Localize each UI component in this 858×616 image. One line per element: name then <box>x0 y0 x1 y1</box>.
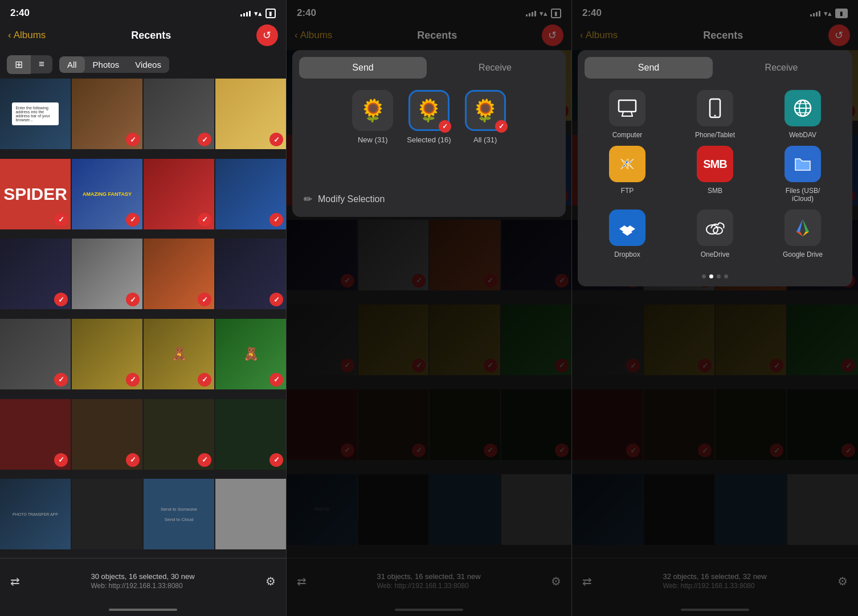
phone-tablet-label: Phone/Tablet <box>695 131 735 139</box>
page-title-left: Recents <box>131 30 171 42</box>
modify-selection-label: Modify Selection <box>318 194 385 204</box>
check-badge: ✓ <box>269 133 283 146</box>
check-badge: ✓ <box>126 213 140 227</box>
filter-all-button[interactable]: All <box>59 56 85 73</box>
list-view-button[interactable]: ≡ <box>31 55 52 73</box>
photo-cell[interactable]: PHOTO TRANSFER APP <box>0 479 71 549</box>
webdav-label: WebDAV <box>789 131 816 139</box>
settings-icon-left[interactable]: ⚙ <box>265 574 276 588</box>
home-bar <box>109 609 177 611</box>
photo-cell[interactable]: ✓ <box>72 319 142 389</box>
option-phone-tablet[interactable]: Phone/Tablet <box>675 90 755 139</box>
google-drive-icon <box>785 210 821 246</box>
send-popup-right: Send Receive Computer Phone/Tablet <box>578 50 852 286</box>
filter-photos-button[interactable]: Photos <box>85 56 128 73</box>
object-count-left: 30 objects, 16 selected, 30 new <box>91 572 194 581</box>
dropbox-label: Dropbox <box>614 250 640 258</box>
option-google-drive[interactable]: Google Drive <box>762 210 843 258</box>
check-badge: ✓ <box>198 133 211 146</box>
panel-center: 2:40 ▾▴ ▮ ‹ Albums Recents ↺ ✓ ✓ ✓ ✓ ✓ ✓ <box>286 0 572 616</box>
phone-tablet-icon <box>697 90 733 126</box>
flower-selected-label: Selected (16) <box>407 135 451 144</box>
ftp-icon <box>609 146 645 182</box>
page-dots <box>578 270 852 286</box>
option-files[interactable]: Files (USB/ iCloud) <box>762 146 843 203</box>
photo-cell[interactable]: Send to SomeoneSend to Cloud <box>144 479 214 549</box>
check-badge: ✓ <box>198 213 211 227</box>
photo-cell[interactable] <box>72 479 142 549</box>
grid-view-button[interactable]: ⊞ <box>7 55 31 74</box>
dot-3 <box>717 274 721 278</box>
check-badge: ✓ <box>269 453 283 467</box>
sunflower-icon-new: 🌻 <box>359 98 386 123</box>
photo-cell[interactable]: ✓ <box>72 239 142 309</box>
option-dropbox[interactable]: Dropbox <box>587 210 668 258</box>
refresh-icon-left: ↺ <box>263 29 271 42</box>
modify-selection-row[interactable]: ✏ Modify Selection <box>292 184 566 217</box>
photo-cell[interactable]: ✓ <box>72 79 142 149</box>
photo-cell[interactable]: ✓ <box>215 159 286 229</box>
option-smb[interactable]: SMB SMB <box>675 146 755 203</box>
dot-2 <box>709 274 713 278</box>
check-badge: ✓ <box>54 453 68 467</box>
computer-label: Computer <box>612 131 643 139</box>
svg-point-5 <box>714 115 716 117</box>
dot-4 <box>724 274 728 278</box>
status-icons-left: ▾▴ ▮ <box>240 9 276 18</box>
photo-cell[interactable]: ✓ <box>144 239 214 309</box>
photo-cell[interactable]: ✓ <box>72 399 142 470</box>
option-onedrive[interactable]: OneDrive <box>675 210 755 258</box>
flower-selected[interactable]: 🌻 ✓ Selected (16) <box>407 90 451 144</box>
photo-cell[interactable]: ✓ <box>215 79 286 149</box>
photo-cell[interactable]: ✓ <box>0 239 71 309</box>
home-indicator-left <box>0 603 286 616</box>
check-badge: ✓ <box>126 453 140 467</box>
photo-cell[interactable]: ✓ <box>0 399 71 470</box>
dot-1 <box>702 274 706 278</box>
tab-send-center[interactable]: Send <box>299 57 427 79</box>
webdav-icon <box>785 90 821 126</box>
photo-cell[interactable]: SPIDER✓ <box>0 159 71 229</box>
photo-cell[interactable]: ✓ <box>215 399 286 470</box>
svg-marker-19 <box>803 219 809 232</box>
status-bar-left: 2:40 ▾▴ ▮ <box>0 0 286 23</box>
photo-cell[interactable]: 🧸✓ <box>215 319 286 389</box>
check-badge: ✓ <box>54 213 68 227</box>
send-destination-options: Computer Phone/Tablet WebDAV <box>578 79 852 270</box>
filter-videos-button[interactable]: Videos <box>127 56 169 73</box>
refresh-button-left[interactable]: ↺ <box>256 24 278 46</box>
flower-all[interactable]: 🌻 ✓ All (31) <box>465 90 506 144</box>
tab-receive-center[interactable]: Receive <box>431 57 559 79</box>
tab-receive-right[interactable]: Receive <box>717 57 845 79</box>
option-computer[interactable]: Computer <box>587 90 668 139</box>
web-url-left: Web: http://192.168.1.33:8080 <box>91 582 194 590</box>
option-ftp[interactable]: FTP <box>587 146 668 203</box>
battery-icon-left: ▮ <box>265 9 276 18</box>
time-left: 2:40 <box>10 7 30 19</box>
photo-cell[interactable]: ✓ <box>144 159 214 229</box>
send-popup-center: Send Receive 🌻 New (31) 🌻 ✓ Selected (16… <box>292 50 566 217</box>
svg-marker-21 <box>796 232 803 236</box>
bottom-bar-left: ⇄ 30 objects, 16 selected, 30 new Web: h… <box>0 558 286 603</box>
pencil-icon: ✏ <box>304 193 312 206</box>
photo-cell[interactable]: Enter the following address into the add… <box>0 79 71 149</box>
photo-cell[interactable] <box>215 479 286 549</box>
photo-cell[interactable]: ✓ <box>144 79 214 149</box>
flower-new-icon: 🌻 <box>352 90 393 131</box>
option-webdav[interactable]: WebDAV <box>762 90 843 139</box>
photo-cell[interactable]: ✓ <box>0 319 71 389</box>
tab-send-right[interactable]: Send <box>585 57 713 79</box>
transfer-icon-left[interactable]: ⇄ <box>10 574 20 588</box>
flower-new[interactable]: 🌻 New (31) <box>352 90 393 144</box>
photo-cell[interactable]: 🧸✓ <box>144 319 214 389</box>
photo-cell[interactable]: ✓ <box>144 399 214 470</box>
flower-all-icon-wrap: 🌻 ✓ <box>465 90 506 131</box>
filter-tabs: All Photos Videos <box>59 56 169 73</box>
photo-cell[interactable]: AMAZING FANTASY✓ <box>72 159 142 229</box>
svg-marker-18 <box>796 219 803 232</box>
popup-tabs-right: Send Receive <box>578 50 852 79</box>
back-button-left[interactable]: ‹ Albums <box>8 30 46 41</box>
flower-selected-icon-wrap: 🌻 ✓ <box>408 90 450 131</box>
photo-cell[interactable]: ✓ <box>215 239 286 309</box>
wifi-icon-left: ▾▴ <box>254 9 262 18</box>
